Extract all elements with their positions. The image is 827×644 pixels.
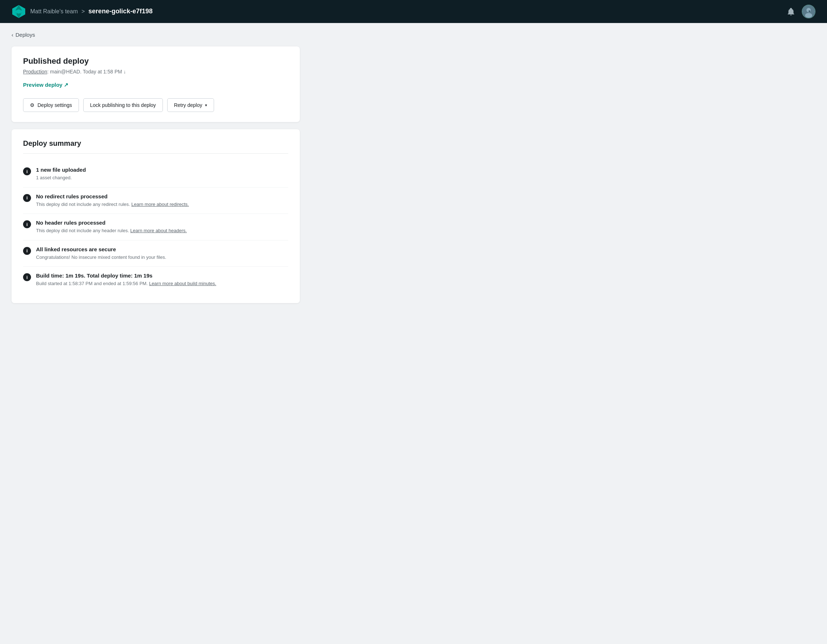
summary-content-headers: No header rules processed This deploy di…: [36, 219, 187, 234]
site-name[interactable]: serene-golick-e7f198: [88, 8, 153, 15]
summary-content-redirects: No redirect rules processed This deploy …: [36, 193, 189, 208]
summary-item-redirects: i No redirect rules processed This deplo…: [23, 188, 288, 214]
retry-deploy-label: Retry deploy: [174, 102, 203, 108]
netlify-logo[interactable]: [11, 4, 26, 19]
info-icon-redirects: i: [23, 194, 31, 202]
download-icon[interactable]: ↓: [123, 69, 126, 75]
lock-publishing-button[interactable]: Lock publishing to this deploy: [83, 98, 163, 112]
summary-item-title-build-time: Build time: 1m 19s. Total deploy time: 1…: [36, 272, 216, 278]
back-label: Deploys: [16, 32, 35, 38]
deploy-settings-label: Deploy settings: [37, 102, 72, 108]
summary-item-title-files: 1 new file uploaded: [36, 166, 86, 173]
summary-content-build-time: Build time: 1m 19s. Total deploy time: 1…: [36, 272, 216, 287]
summary-item-title-redirects: No redirect rules processed: [36, 193, 189, 199]
back-to-deploys-link[interactable]: ‹ Deploys: [11, 32, 35, 38]
main-content: ‹ Deploys Published deploy Production: m…: [0, 23, 827, 644]
back-arrow-icon: ‹: [11, 32, 13, 38]
summary-item-desc-security: Congratulations! No insecure mixed conte…: [36, 254, 166, 261]
info-icon-build-time: i: [23, 273, 31, 281]
preview-deploy-link[interactable]: Preview deploy ↗: [23, 82, 69, 88]
user-avatar[interactable]: [802, 5, 816, 19]
gear-icon: ⚙: [30, 102, 34, 108]
deploy-summary-card: Deploy summary i 1 new file uploaded 1 a…: [11, 129, 300, 303]
lock-publishing-label: Lock publishing to this deploy: [90, 102, 156, 108]
deploy-meta: Production: main@HEAD. Today at 1:58 PM …: [23, 69, 288, 75]
summary-item-headers: i No header rules processed This deploy …: [23, 214, 288, 241]
breadcrumb-separator: >: [81, 8, 85, 15]
deploy-settings-button[interactable]: ⚙ Deploy settings: [23, 98, 79, 112]
deploy-summary-title: Deploy summary: [23, 139, 288, 154]
summary-item-title-security: All linked resources are secure: [36, 246, 166, 252]
summary-item-desc-redirects: This deploy did not include any redirect…: [36, 201, 189, 208]
summary-item-desc-headers: This deploy did not include any header r…: [36, 227, 187, 234]
team-name[interactable]: Matt Raible's team: [30, 8, 78, 15]
preview-link-text: Preview deploy ↗: [23, 82, 69, 88]
header: Matt Raible's team > serene-golick-e7f19…: [0, 0, 827, 23]
svg-point-6: [807, 8, 811, 12]
learn-more-headers-link[interactable]: Learn more about headers.: [130, 228, 187, 233]
summary-item-desc-files: 1 asset changed.: [36, 174, 86, 181]
summary-item-title-headers: No header rules processed: [36, 219, 187, 226]
info-icon-security: i: [23, 247, 31, 255]
summary-content-files: 1 new file uploaded 1 asset changed.: [36, 166, 86, 181]
chevron-down-icon: ▾: [205, 103, 207, 107]
summary-content-security: All linked resources are secure Congratu…: [36, 246, 166, 261]
published-deploy-card: Published deploy Production: main@HEAD. …: [11, 47, 300, 122]
info-icon-files: i: [23, 167, 31, 175]
deploy-meta-text: : main@HEAD. Today at 1:58 PM: [47, 69, 122, 75]
notification-bell-icon[interactable]: [786, 6, 796, 17]
learn-more-build-minutes-link[interactable]: Learn more about build minutes.: [149, 281, 216, 286]
production-link[interactable]: Production: [23, 69, 47, 75]
header-right: [786, 5, 816, 19]
avatar-image: [802, 5, 815, 18]
retry-deploy-button[interactable]: Retry deploy ▾: [167, 98, 214, 112]
learn-more-redirects-link[interactable]: Learn more about redirects.: [131, 202, 189, 207]
svg-point-8: [808, 11, 810, 12]
info-icon-headers: i: [23, 220, 31, 228]
summary-item-files: i 1 new file uploaded 1 asset changed.: [23, 161, 288, 188]
breadcrumb: Matt Raible's team > serene-golick-e7f19…: [30, 8, 153, 15]
summary-item-desc-build-time: Build started at 1:58:37 PM and ended at…: [36, 280, 216, 287]
published-deploy-title: Published deploy: [23, 56, 288, 66]
summary-item-security: i All linked resources are secure Congra…: [23, 241, 288, 267]
header-left: Matt Raible's team > serene-golick-e7f19…: [11, 4, 153, 19]
summary-item-build-time: i Build time: 1m 19s. Total deploy time:…: [23, 267, 288, 293]
action-buttons: ⚙ Deploy settings Lock publishing to thi…: [23, 98, 288, 112]
